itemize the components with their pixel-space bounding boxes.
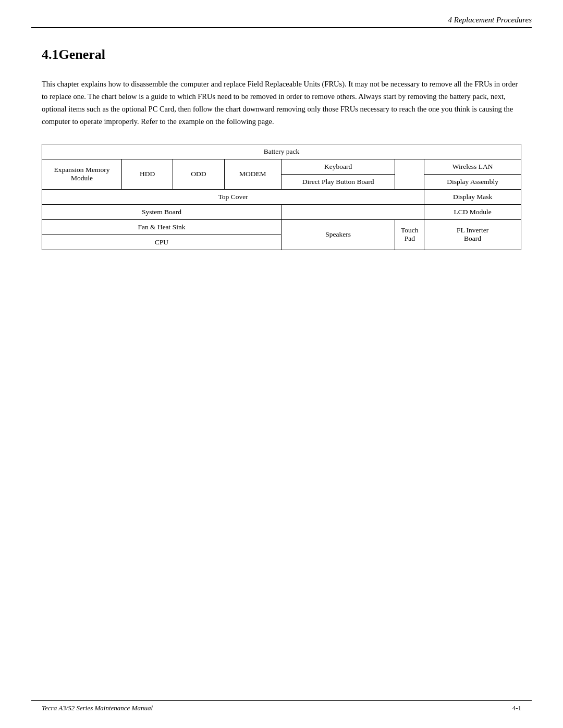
spacer-cell4	[395, 204, 424, 219]
fru-chart: Battery pack Expansion Memory Module HDD…	[42, 144, 521, 250]
spacer-cell	[395, 159, 424, 174]
direct-play-cell: Direct Play Button Board	[281, 174, 395, 189]
section-number: 4.1	[42, 47, 59, 62]
fru-table: Battery pack Expansion Memory Module HDD…	[42, 144, 521, 250]
header-title: 4 Replacement Procedures	[448, 16, 532, 24]
odd-cell: ODD	[173, 159, 224, 189]
table-row: Expansion Memory Module HDD ODD MODEM Ke…	[42, 159, 521, 174]
section-title: General	[59, 47, 106, 62]
main-content: 4.1General This chapter explains how to …	[42, 42, 521, 271]
keyboard-cell: Keyboard	[281, 159, 395, 174]
touch-pad-cell: Touch Pad	[395, 219, 424, 250]
table-row: Fan & Heat Sink Speakers Touch Pad FL In…	[42, 219, 521, 235]
table-row: Battery pack	[42, 144, 521, 159]
expansion-memory-cell: Expansion Memory Module	[42, 159, 122, 189]
footer-left-text: Tecra A3/S2 Series Maintenance Manual	[42, 704, 153, 712]
table-row: Top Cover Display Mask	[42, 189, 521, 204]
display-mask-cell: Display Mask	[424, 189, 521, 204]
spacer-cell3	[281, 204, 395, 219]
hdd-cell: HDD	[121, 159, 173, 189]
system-board-cell: System Board	[42, 204, 282, 219]
speakers-cell: Speakers	[281, 219, 395, 250]
battery-pack-cell: Battery pack	[42, 144, 521, 159]
footer-rule	[31, 700, 532, 701]
modem-cell: MODEM	[224, 159, 281, 189]
wireless-lan-cell: Wireless LAN	[424, 159, 521, 174]
body-paragraph-1: This chapter explains how to disassemble…	[42, 78, 521, 128]
cpu-cell: CPU	[42, 235, 282, 250]
section-heading: 4.1General	[42, 47, 521, 63]
spacer-cell2	[395, 174, 424, 189]
fan-heat-sink-cell: Fan & Heat Sink	[42, 219, 282, 235]
footer-right-text: 4-1	[512, 704, 521, 712]
fl-inverter-cell: FL Inverter Board	[424, 219, 521, 250]
lcd-module-cell: LCD Module	[424, 204, 521, 219]
display-assembly-cell: Display Assembly	[424, 174, 521, 189]
table-row: System Board LCD Module	[42, 204, 521, 219]
header-rule	[31, 27, 532, 28]
top-cover-cell: Top Cover	[42, 189, 424, 204]
